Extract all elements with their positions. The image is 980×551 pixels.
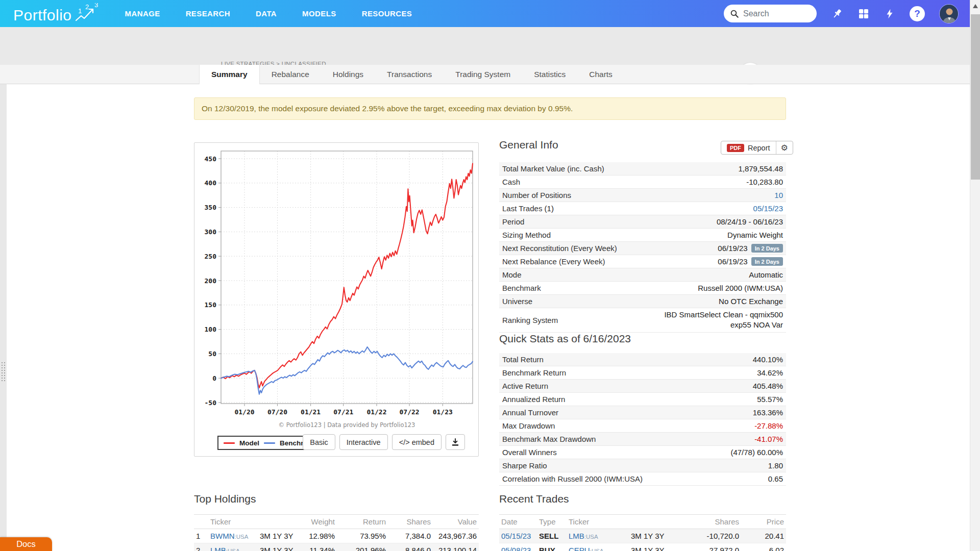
svg-text:400: 400 xyxy=(205,179,217,187)
status-badge: In 2 Days xyxy=(751,257,783,266)
scrollbar-thumb[interactable] xyxy=(971,14,980,180)
trades-col-header: Type xyxy=(537,515,567,529)
nav-item-data[interactable]: DATA xyxy=(256,9,277,18)
stat-value: 34.62% xyxy=(757,368,783,377)
info-label: Sizing Method xyxy=(502,231,551,239)
return-period-links[interactable]: 3M 1Y 3Y xyxy=(258,529,306,543)
trade-ticker: LMB:USA xyxy=(567,529,629,543)
chart-button-interactive[interactable]: Interactive xyxy=(339,434,388,450)
search-box[interactable] xyxy=(724,5,817,22)
ticker-link[interactable]: LMB xyxy=(210,546,226,551)
return-period-links[interactable]: 3M 1Y 3Y xyxy=(629,529,679,543)
trade-shares: -10,720.0 xyxy=(679,529,741,543)
info-label[interactable]: Last Trades (1) xyxy=(502,204,554,213)
trade-date-link[interactable]: 05/15/23 xyxy=(501,532,531,540)
search-input[interactable] xyxy=(743,9,810,18)
page: Portfolio 1 2 3 MANAGERESEARCHDATAMODELS… xyxy=(0,0,980,551)
info-value: -10,283.80 xyxy=(746,178,783,186)
tab-summary[interactable]: Summary xyxy=(199,65,260,84)
nav-item-research[interactable]: RESEARCH xyxy=(186,9,230,18)
trade-date-link[interactable]: 05/08/23 xyxy=(501,546,531,551)
table-row: 2LMB:USA3M 1Y 3Y11.34%201.96%8,846.0213,… xyxy=(194,543,479,551)
info-value: Russell 2000 (IWM:USA) xyxy=(698,284,783,292)
info-row: Next Rebalance (Every Week)06/19/23In 2 … xyxy=(499,255,786,268)
deviation-alert-banner: On 12/30/2019, the model exposure deviat… xyxy=(194,97,786,120)
pdf-report-button[interactable]: PDF Report xyxy=(721,141,776,154)
legend-swatch-model xyxy=(224,442,235,444)
drag-handle[interactable] xyxy=(2,362,5,381)
chart-buttons: BasicInteractive</> embed xyxy=(303,434,465,450)
stat-row: Active Return405.48% xyxy=(499,380,786,393)
download-icon xyxy=(451,438,460,447)
svg-text:01/23: 01/23 xyxy=(433,408,453,416)
trade-ticker: CEPU:USA xyxy=(567,543,629,551)
nav-item-resources[interactable]: RESOURCES xyxy=(362,9,412,18)
top-holdings-heading: Top Holdings xyxy=(194,493,256,505)
svg-text:-50: -50 xyxy=(205,399,217,407)
tab-bar: SummaryRebalanceHoldingsTransactionsTrad… xyxy=(0,65,970,84)
logo[interactable]: Portfolio 1 2 3 xyxy=(13,3,101,24)
svg-text:2: 2 xyxy=(85,3,89,11)
recent-trades-table: DateTypeTickerSharesPrice 05/15/23SELLLM… xyxy=(499,514,786,551)
svg-text:01/22: 01/22 xyxy=(366,408,386,416)
pdf-badge: PDF xyxy=(727,144,744,152)
top-nav: Portfolio 1 2 3 MANAGERESEARCHDATAMODELS… xyxy=(0,0,970,27)
svg-text:1: 1 xyxy=(78,7,82,15)
tab-statistics[interactable]: Statistics xyxy=(522,65,577,84)
chart-download-button[interactable] xyxy=(446,434,465,450)
svg-text:150: 150 xyxy=(205,301,217,309)
tab-rebalance[interactable]: Rebalance xyxy=(260,65,321,84)
legend-label-model: Model xyxy=(239,439,259,447)
ticker-link[interactable]: BWMN xyxy=(210,532,235,540)
trade-date: 05/15/23 xyxy=(499,529,537,543)
report-settings-gear-icon[interactable]: ⚙ xyxy=(776,143,793,153)
pin-icon[interactable] xyxy=(831,8,843,20)
help-icon[interactable]: ? xyxy=(910,6,925,21)
return-period-links[interactable]: 3M 1Y 3Y xyxy=(629,543,679,551)
info-label[interactable]: Number of Positions xyxy=(502,191,571,199)
lightning-icon[interactable] xyxy=(884,7,895,20)
stat-value: -27.88% xyxy=(754,421,783,430)
holding-weight: 11.34% xyxy=(306,543,337,551)
tab-transactions[interactable]: Transactions xyxy=(375,65,444,84)
nav-item-manage[interactable]: MANAGE xyxy=(125,9,160,18)
nav-item-models[interactable]: MODELS xyxy=(302,9,336,18)
chart-button-embed[interactable]: </> embed xyxy=(392,434,442,450)
holding-value: 243,967.36 xyxy=(433,529,479,543)
tab-trading-system[interactable]: Trading System xyxy=(444,65,522,84)
ticker-link[interactable]: LMB xyxy=(569,532,584,540)
table-row: 1BWMN:USA3M 1Y 3Y12.98%73.95%7,384.0243,… xyxy=(194,529,479,543)
exchange-label: :USA xyxy=(226,548,240,551)
apps-grid-icon[interactable] xyxy=(857,8,870,20)
svg-text:07/21: 07/21 xyxy=(333,408,353,416)
svg-text:50: 50 xyxy=(208,350,216,358)
svg-text:01/20: 01/20 xyxy=(234,408,254,416)
general-info-table: Total Market Value (inc. Cash)1,879,554.… xyxy=(499,162,786,333)
stat-label: Active Return xyxy=(502,382,548,390)
info-label: Next Reconstitution (Every Week) xyxy=(502,244,617,253)
docs-button[interactable]: Docs xyxy=(0,537,52,551)
logo-chart-icon: 1 2 3 xyxy=(74,3,101,23)
stat-value: 0.65 xyxy=(768,474,783,483)
avatar[interactable] xyxy=(939,4,959,23)
strategy-header: ⚙ LIVE STRATEGIES > UNCLASSIFIED Quality… xyxy=(0,27,970,65)
holding-rank: 1 xyxy=(194,529,208,543)
info-value: 1,879,554.48 xyxy=(738,164,783,173)
tab-charts[interactable]: Charts xyxy=(577,65,624,84)
info-row: UniverseNo OTC Exchange xyxy=(499,295,786,308)
info-label: Total Market Value (inc. Cash) xyxy=(502,164,604,173)
trade-date: 05/08/23 xyxy=(499,543,537,551)
panel-resize-rail[interactable] xyxy=(0,84,7,551)
ticker-link[interactable]: CEPU xyxy=(569,546,590,551)
scrollbar-track[interactable] xyxy=(970,0,980,551)
holding-shares: 8,846.0 xyxy=(388,543,433,551)
info-value: No OTC Exchange xyxy=(719,297,783,306)
return-period-links[interactable]: 3M 1Y 3Y xyxy=(258,543,306,551)
stat-row: Annualized Return55.57% xyxy=(499,393,786,406)
tab-holdings[interactable]: Holdings xyxy=(321,65,375,84)
stat-row: Benchmark Max Drawdown-41.07% xyxy=(499,433,786,446)
trades-col-header: Date xyxy=(499,515,537,529)
svg-text:200: 200 xyxy=(205,277,217,285)
scrollbar-up-arrow-icon[interactable] xyxy=(973,4,978,8)
chart-button-basic[interactable]: Basic xyxy=(303,434,335,450)
